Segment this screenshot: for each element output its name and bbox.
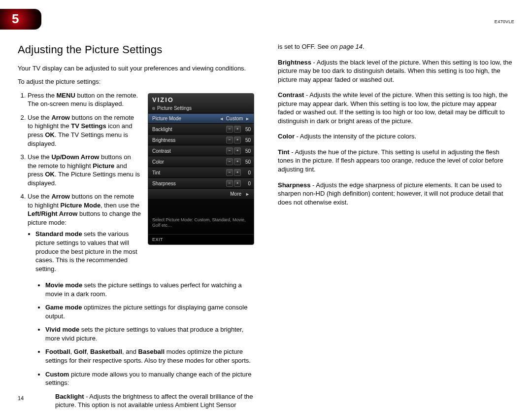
tv-row-contrast[interactable]: Contrast − + 50 xyxy=(148,145,254,156)
mode-standard: Standard mode sets the various picture s… xyxy=(35,230,141,273)
mode-vivid: Vivid mode sets the picture settings to … xyxy=(45,325,254,342)
def-brightness: Brightness - Adjusts the black level of … xyxy=(278,58,514,84)
chevron-right-icon: ► xyxy=(245,191,250,197)
plus-button[interactable]: + xyxy=(234,158,241,165)
plus-button[interactable]: + xyxy=(234,180,241,187)
modes-continued: Movie mode sets the picture settings to … xyxy=(18,281,254,410)
tv-exit-label[interactable]: EXIT xyxy=(148,234,254,244)
right-column: is set to OFF. See on page 14. Brightnes… xyxy=(278,42,514,411)
menu-icon xyxy=(152,107,155,110)
tv-hint-text: Select Picture Mode: Custom, Standard, M… xyxy=(148,200,254,235)
plus-button[interactable]: + xyxy=(234,137,241,143)
left-column: Adjusting the Picture Settings Your TV d… xyxy=(18,42,254,411)
page-number: 14 xyxy=(18,395,24,402)
chevron-left-icon[interactable]: ◄ xyxy=(219,116,224,121)
minus-button[interactable]: − xyxy=(226,137,233,143)
def-tint: Tint - Adjusts the hue of the picture. T… xyxy=(278,148,514,174)
tv-row-tint[interactable]: Tint − + 0 xyxy=(148,167,254,178)
step-3: Use the Up/Down Arrow buttons on the rem… xyxy=(28,153,141,187)
tv-row-color[interactable]: Color − + 50 xyxy=(148,156,254,167)
tv-row-backlight[interactable]: Backlight − + 50 xyxy=(148,124,254,135)
def-color: Color - Adjusts the intensity of the pic… xyxy=(278,132,514,141)
step-2: Use the Arrow buttons on the remote to h… xyxy=(28,113,141,148)
picture-mode-selector: ◄ Custom ► xyxy=(218,115,251,122)
tv-row-brightness[interactable]: Brightness − + 50 xyxy=(148,135,254,145)
mode-sports: Football, Golf, Basketball, and Baseball… xyxy=(45,347,254,365)
chapter-number: 5 xyxy=(12,10,19,28)
tv-osd-screenshot: VIZIO Picture Settings Picture Mode ◄ Cu… xyxy=(148,93,254,245)
tv-subheader: Picture Settings xyxy=(152,104,250,112)
def-sharpness: Sharpness - Adjusts the edge sharpness o… xyxy=(278,181,514,207)
content-columns: Adjusting the Picture Settings Your TV d… xyxy=(0,0,532,411)
mode-game: Game mode optimizes the picture settings… xyxy=(45,303,254,320)
plus-button[interactable]: + xyxy=(234,169,241,176)
mode-movie: Movie mode sets the picture settings to … xyxy=(45,281,254,298)
tv-logo: VIZIO xyxy=(152,96,250,104)
step-4: Use the Arrow buttons on the remote to h… xyxy=(28,192,141,273)
plus-button[interactable]: + xyxy=(234,147,241,154)
step-1: Press the MENU button on the remote. The… xyxy=(28,91,141,108)
tv-row-picture-mode[interactable]: Picture Mode ◄ Custom ► xyxy=(148,113,254,124)
intro-text: Your TV display can be adjusted to suit … xyxy=(18,64,254,73)
minus-button[interactable]: − xyxy=(226,147,233,154)
backlight-def: Backlight - Adjusts the brightness to af… xyxy=(55,392,254,410)
minus-button[interactable]: − xyxy=(226,126,233,133)
model-id: E470VLE xyxy=(495,19,514,25)
tv-row-sharpness[interactable]: Sharpness − + 0 xyxy=(148,178,254,189)
minus-button[interactable]: − xyxy=(226,180,233,187)
mode-custom: Custom picture mode allows you to manual… xyxy=(45,370,254,410)
def-contrast: Contrast - Adjusts the white level of th… xyxy=(278,91,514,125)
manual-page: 5 E470VLE Adjusting the Picture Settings… xyxy=(0,0,532,411)
section-heading: Adjusting the Picture Settings xyxy=(18,42,254,57)
tv-subheader-label: Picture Settings xyxy=(157,105,192,112)
minus-button[interactable]: − xyxy=(226,158,233,165)
chapter-badge: 5 xyxy=(0,9,41,30)
tv-row-more[interactable]: More ► xyxy=(148,189,254,200)
intro-lead: To adjust the picture settings: xyxy=(18,77,254,86)
steps-and-tv: Press the MENU button on the remote. The… xyxy=(18,91,254,278)
plus-button[interactable]: + xyxy=(234,126,241,133)
minus-button[interactable]: − xyxy=(226,169,233,176)
off-continuation: is set to OFF. See on page 14. xyxy=(278,42,514,51)
chevron-right-icon[interactable]: ► xyxy=(245,116,250,121)
tv-header: VIZIO Picture Settings xyxy=(148,94,254,113)
instruction-list: Press the MENU button on the remote. The… xyxy=(18,91,141,278)
